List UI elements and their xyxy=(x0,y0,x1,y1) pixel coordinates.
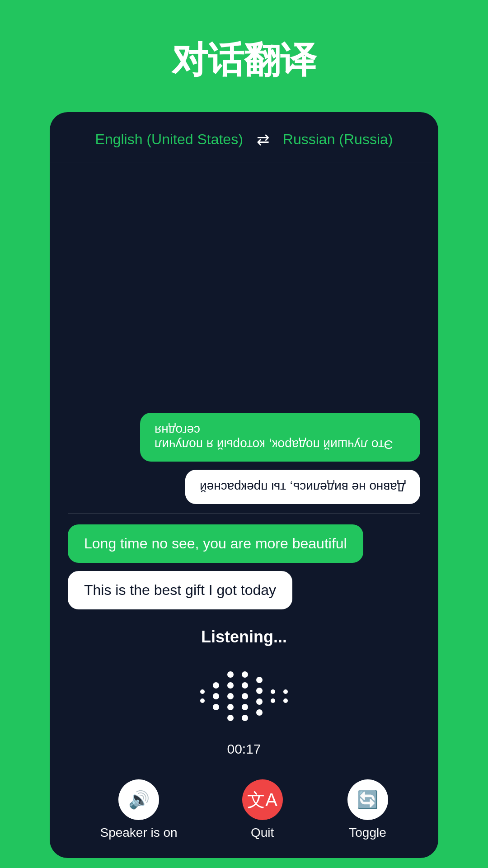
wf-dot xyxy=(242,671,248,678)
wf-dot xyxy=(256,677,263,683)
wf-dot xyxy=(271,689,275,694)
wf-col-5 xyxy=(256,677,263,716)
bubble-flipped-green: Это лучший подарок, который я получил се… xyxy=(140,413,420,462)
bubble-flipped-white: Давно не виделись, ты прекрасней xyxy=(185,470,420,504)
lang-right[interactable]: Russian (Russia) xyxy=(283,131,393,148)
bubble-green-lower: Long time no see, you are more beautiful xyxy=(68,524,363,563)
speaker-btn-circle[interactable]: 🔊 xyxy=(118,779,159,820)
wf-dot xyxy=(242,682,248,689)
translate-icon: 文A xyxy=(247,788,277,812)
speaker-icon: 🔊 xyxy=(128,790,150,810)
bubble-white-lower: This is the best gift I got today xyxy=(68,571,292,609)
lang-left[interactable]: English (United States) xyxy=(95,131,243,148)
wf-col-1 xyxy=(200,689,205,703)
wf-dot xyxy=(227,704,234,710)
speaker-label: Speaker is on xyxy=(100,826,177,840)
wf-dot xyxy=(200,689,205,694)
wf-col-2 xyxy=(213,682,219,710)
app-title: 对话翻译 xyxy=(172,36,316,85)
speaker-button[interactable]: 🔊 Speaker is on xyxy=(100,779,177,840)
wf-dot xyxy=(227,715,234,721)
listening-label: Listening... xyxy=(201,627,287,646)
chat-lower: Long time no see, you are more beautiful… xyxy=(50,514,438,614)
wf-dot xyxy=(200,698,205,703)
wf-dot xyxy=(213,682,219,689)
quit-btn-circle[interactable]: 文A xyxy=(242,779,283,820)
chat-upper: Это лучший подарок, который я получил се… xyxy=(50,162,438,513)
main-card: English (United States) ⇄ Russian (Russi… xyxy=(50,112,438,858)
wf-dot xyxy=(242,693,248,699)
listening-area: Listening... xyxy=(50,614,438,770)
timer: 00:17 xyxy=(227,741,261,757)
wf-dot xyxy=(242,704,248,710)
wf-dot xyxy=(227,682,234,689)
wf-dot xyxy=(256,698,263,705)
wf-dot xyxy=(256,688,263,694)
wf-dot xyxy=(227,693,234,699)
waveform xyxy=(200,660,288,732)
swap-icon[interactable]: ⇄ xyxy=(257,130,269,148)
bottom-bar: 🔊 Speaker is on 文A Quit 🔄 Toggle xyxy=(50,770,438,858)
toggle-button[interactable]: 🔄 Toggle xyxy=(347,779,388,840)
language-bar: English (United States) ⇄ Russian (Russi… xyxy=(50,112,438,162)
quit-button[interactable]: 文A Quit xyxy=(242,779,283,840)
wf-dot xyxy=(213,693,219,699)
wf-dot xyxy=(227,671,234,678)
wf-col-3 xyxy=(227,671,234,721)
wf-dot xyxy=(213,704,219,710)
wf-dot xyxy=(283,698,288,703)
wf-dot xyxy=(283,689,288,694)
wf-col-4 xyxy=(242,671,248,721)
wf-dot xyxy=(256,709,263,716)
toggle-icon: 🔄 xyxy=(357,790,378,810)
quit-label: Quit xyxy=(251,826,274,840)
wf-dot xyxy=(242,715,248,721)
wf-col-6 xyxy=(271,689,275,703)
toggle-btn-circle[interactable]: 🔄 xyxy=(347,779,388,820)
toggle-label: Toggle xyxy=(349,826,386,840)
wf-col-7 xyxy=(283,689,288,703)
wf-dot xyxy=(271,698,275,703)
